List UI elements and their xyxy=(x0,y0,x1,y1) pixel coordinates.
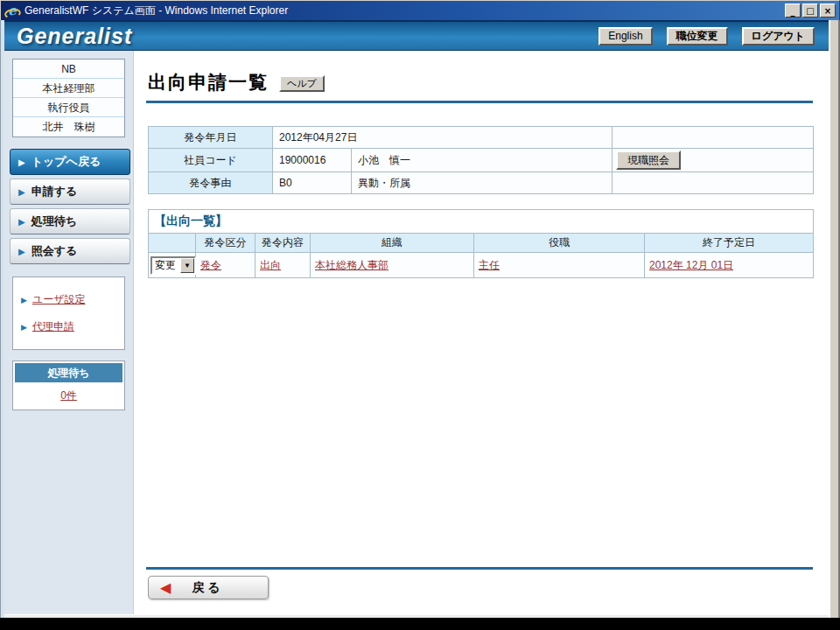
table-row: 【出向一覧】 xyxy=(149,210,814,234)
pending-count-link[interactable]: 0件 xyxy=(15,382,122,408)
sidebar-item-label: 申請する xyxy=(32,184,78,200)
back-button[interactable]: ◀ 戻 る xyxy=(148,576,269,599)
user-settings-link[interactable]: ユーザ設定 xyxy=(32,292,86,307)
user-info-company: NB xyxy=(13,60,124,79)
empty-cell xyxy=(612,172,814,194)
table-row: 変更 ▼ 発令 出向 本社総務人事部 主任 2012年 12月 01日 xyxy=(149,253,814,278)
window-frame-bottom xyxy=(4,614,829,618)
maximize-button[interactable]: □ xyxy=(802,4,818,18)
section-title: 【出向一覧】 xyxy=(149,210,814,234)
logout-button[interactable]: ログアウト xyxy=(742,27,815,46)
info-label: 発令事由 xyxy=(149,172,273,194)
generalist-logo: Generalist xyxy=(17,24,132,49)
change-select-value: 変更 xyxy=(152,258,180,273)
current-position-button[interactable]: 現職照会 xyxy=(616,150,681,170)
back-arrow-icon: ◀ xyxy=(160,579,171,596)
sidebar-item-label: 照会する xyxy=(32,243,78,259)
user-info-box: NB 本社経理部 執行役員 北井 珠樹 xyxy=(12,59,125,137)
change-select[interactable]: 変更 ▼ xyxy=(150,256,196,275)
header-buttons: English 職位変更 ログアウト xyxy=(598,27,820,46)
app-header: Generalist English 職位変更 ログアウト xyxy=(4,20,829,51)
sidebar-item-pending[interactable]: ▶ 処理待ち xyxy=(10,208,130,234)
table-row: 発令事由 B0 異動・所属 xyxy=(149,172,814,194)
column-header-role: 役職 xyxy=(474,234,645,253)
column-header-organization: 組織 xyxy=(311,234,474,253)
window-title: GeneralistWF システム画面 - Windows Internet E… xyxy=(24,4,780,18)
nav-arrow-icon: ▶ xyxy=(18,247,25,256)
role-link[interactable]: 主任 xyxy=(479,259,500,271)
sidebar-item-label: トップへ戻る xyxy=(32,154,102,170)
spacer xyxy=(146,278,816,567)
column-header-empty xyxy=(149,234,196,253)
order-type-link[interactable]: 発令 xyxy=(200,259,221,271)
organization-link[interactable]: 本社総務人事部 xyxy=(315,259,388,271)
end-date-link[interactable]: 2012年 12月 01日 xyxy=(649,259,733,271)
window-titlebar: e GeneralistWF システム画面 - Windows Internet… xyxy=(0,0,840,20)
secondment-list-table: 【出向一覧】 発令区分 発令内容 組織 役職 終了予定日 xyxy=(148,209,814,278)
table-row: 発令年月日 2012年04月27日 xyxy=(149,127,814,149)
english-button[interactable]: English xyxy=(598,27,652,46)
empty-cell xyxy=(612,127,814,149)
chevron-down-icon[interactable]: ▼ xyxy=(180,258,194,273)
title-divider xyxy=(146,101,813,103)
column-header-order-type: 発令区分 xyxy=(196,234,256,253)
main-content: 出向申請一覧 ヘルプ 発令年月日 2012年04月27日 社員コード xyxy=(134,51,829,614)
screen: e GeneralistWF システム画面 - Windows Internet… xyxy=(0,0,840,630)
proxy-application-link[interactable]: 代理申請 xyxy=(32,319,74,334)
pending-box: 処理待ち 0件 xyxy=(12,360,125,410)
window-controls: _ □ × xyxy=(785,4,836,18)
sidebar-item-inquire[interactable]: ▶ 照会する xyxy=(10,238,130,264)
employee-name-value: 小池 慎一 xyxy=(352,149,612,172)
end-date-cell: 2012年 12月 01日 xyxy=(645,253,814,278)
sidebar-link-row: ▶ 代理申請 xyxy=(21,319,121,334)
pending-box-title: 処理待ち xyxy=(15,363,122,382)
order-date-value: 2012年04月27日 xyxy=(273,127,612,149)
sidebar-links-box: ▶ ユーザ設定 ▶ 代理申請 xyxy=(12,276,125,350)
sidebar-item-back-to-top[interactable]: ▶ トップへ戻る xyxy=(10,149,130,175)
sidebar-item-apply[interactable]: ▶ 申請する xyxy=(10,178,130,205)
nav-arrow-icon: ▶ xyxy=(21,296,27,304)
minimize-button[interactable]: _ xyxy=(785,4,801,18)
reason-value: 異動・所属 xyxy=(352,172,612,194)
sidebar-link-row: ▶ ユーザ設定 xyxy=(21,292,121,307)
user-info-department: 本社経理部 xyxy=(13,79,124,98)
info-label: 発令年月日 xyxy=(149,127,273,149)
info-label: 社員コード xyxy=(149,149,273,172)
nav-arrow-icon: ▶ xyxy=(18,158,25,167)
sidebar-item-label: 処理待ち xyxy=(32,214,77,229)
employee-code-value: 19000016 xyxy=(273,149,352,172)
close-button[interactable]: × xyxy=(820,4,836,18)
back-button-label: 戻 る xyxy=(192,580,220,596)
order-type-cell: 発令 xyxy=(196,253,256,278)
user-info-title: 執行役員 xyxy=(13,98,124,117)
sidebar: NB 本社経理部 執行役員 北井 珠樹 ▶ トップへ戻る ▶ 申請する xyxy=(4,51,134,614)
position-change-button[interactable]: 職位変更 xyxy=(667,27,728,46)
nav-arrow-icon: ▶ xyxy=(21,323,27,332)
action-cell: 現職照会 xyxy=(612,149,814,172)
order-info-table: 発令年月日 2012年04月27日 社員コード 19000016 小池 慎一 現… xyxy=(148,126,814,194)
reason-code-value: B0 xyxy=(273,172,352,194)
table-row: 社員コード 19000016 小池 慎一 現職照会 xyxy=(149,149,814,172)
order-content-cell: 出向 xyxy=(256,253,311,278)
column-header-end-date: 終了予定日 xyxy=(645,234,814,253)
column-header-order-content: 発令内容 xyxy=(256,234,311,253)
sidebar-nav: ▶ トップへ戻る ▶ 申請する ▶ 処理待ち ▶ xyxy=(10,149,130,264)
user-info-name: 北井 珠樹 xyxy=(13,117,124,136)
select-cell: 変更 ▼ xyxy=(149,253,196,278)
role-cell: 主任 xyxy=(474,253,645,278)
organization-cell: 本社総務人事部 xyxy=(311,253,474,278)
table-header-row: 発令区分 発令内容 組織 役職 終了予定日 xyxy=(149,234,814,253)
bottom-divider xyxy=(146,567,813,570)
page-title: 出向申請一覧 xyxy=(148,70,269,94)
nav-arrow-icon: ▶ xyxy=(18,187,25,197)
help-button[interactable]: ヘルプ xyxy=(279,75,325,92)
order-content-link[interactable]: 出向 xyxy=(260,259,281,271)
window-frame-right xyxy=(829,20,840,618)
internet-explorer-icon: e xyxy=(4,3,20,18)
nav-arrow-icon: ▶ xyxy=(18,217,25,227)
